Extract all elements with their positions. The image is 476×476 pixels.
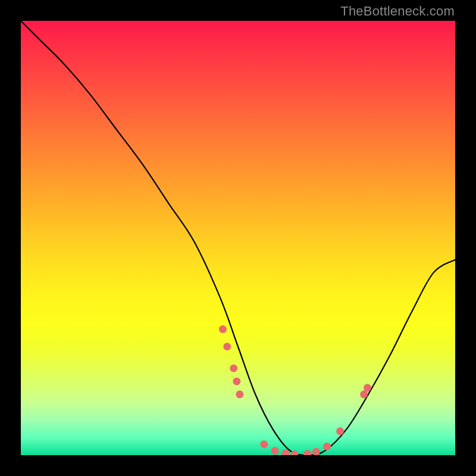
sample-dot: [230, 365, 237, 372]
plot-area: [21, 21, 455, 455]
sample-dot: [271, 447, 279, 455]
bottleneck-curve: [21, 21, 455, 455]
sample-dot: [223, 343, 231, 350]
sample-dot: [312, 448, 320, 455]
watermark-text: TheBottleneck.com: [340, 4, 455, 19]
chart-frame: TheBottleneck.com: [0, 0, 476, 476]
sample-dot: [260, 440, 268, 448]
sample-dot: [364, 384, 371, 392]
sample-dot: [360, 390, 368, 398]
sample-dot: [323, 443, 331, 450]
sample-dot: [236, 390, 243, 398]
sample-dot: [336, 427, 344, 435]
sample-dot: [290, 450, 298, 455]
sample-dot: [233, 377, 240, 385]
sample-dot: [282, 450, 290, 455]
sample-dot: [303, 450, 311, 455]
sample-dot: [219, 325, 227, 333]
sample-dots-group: [219, 325, 371, 455]
curve-svg: [21, 21, 455, 455]
